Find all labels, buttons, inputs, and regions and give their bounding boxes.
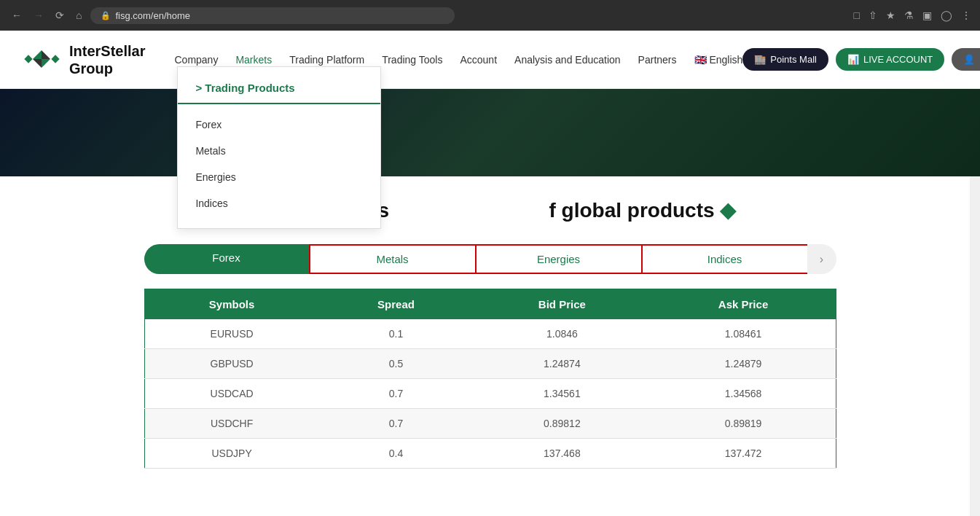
lock-icon: 🔒: [101, 11, 111, 20]
menu-icon[interactable]: ⋮: [961, 9, 971, 21]
symbol-usdcad: USDCAD: [144, 379, 319, 409]
home-button[interactable]: ⌂: [73, 7, 85, 24]
login-button[interactable]: 👤 LOG IN: [952, 48, 980, 71]
col-ask: Ask Price: [651, 289, 836, 320]
ask-gbpusd: 1.24879: [651, 349, 836, 379]
svg-marker-3: [42, 59, 50, 68]
logo: InterStellar Group: [22, 39, 145, 79]
reload-button[interactable]: ⟳: [52, 7, 67, 24]
screenshot-icon[interactable]: □: [854, 9, 860, 21]
table-row: EURUSD 0.1 1.0846 1.08461: [144, 319, 836, 349]
spread-usdcad: 0.7: [319, 379, 473, 409]
nav-partners[interactable]: Partners: [638, 54, 677, 66]
ask-eurusd: 1.08461: [651, 319, 836, 349]
table-header: Symbols Spread Bid Price Ask Price: [144, 289, 836, 320]
back-button[interactable]: ←: [9, 7, 25, 24]
symbol-gbpusd: GBPUSD: [144, 349, 319, 379]
main-content: ◆ InterStellar selects the best of globa…: [0, 176, 980, 490]
dropdown-item-metals[interactable]: Metals: [178, 138, 380, 164]
tab-scroll-right[interactable]: ›: [807, 244, 836, 274]
trading-products-dropdown: > Trading Products Forex Metals Energies…: [177, 66, 381, 229]
markets-dropdown-wrapper: Markets > Trading Products Forex Metals …: [235, 53, 272, 66]
tab-forex[interactable]: Forex: [144, 244, 309, 274]
symbol-eurusd: EURUSD: [144, 319, 319, 349]
nav-trading-platform[interactable]: Trading Platform: [289, 54, 364, 66]
spread-gbpusd: 0.5: [319, 349, 473, 379]
bid-usdjpy: 137.468: [473, 439, 651, 469]
hero-overlay: [0, 89, 980, 176]
spread-eurusd: 0.1: [319, 319, 473, 349]
table-row: GBPUSD 0.5 1.24874 1.24879: [144, 349, 836, 379]
nav-trading-tools[interactable]: Trading Tools: [382, 54, 442, 66]
dropdown-item-forex[interactable]: Forex: [178, 112, 380, 138]
flag-icon: 🇬🇧: [694, 54, 707, 66]
col-symbols: Symbols: [144, 289, 319, 320]
forward-button[interactable]: →: [31, 7, 47, 24]
extensions-icon[interactable]: ⚗: [904, 9, 914, 21]
tab-bar: Forex Metals Energies Indices ›: [144, 244, 836, 274]
diamond-right: ◆: [720, 199, 736, 222]
trading-table: Symbols Spread Bid Price Ask Price EURUS…: [144, 289, 836, 469]
address-bar[interactable]: 🔒 fisg.com/en/home: [90, 7, 455, 24]
table-body: EURUSD 0.1 1.0846 1.08461 GBPUSD 0.5 1.2…: [144, 319, 836, 469]
live-icon: 📊: [847, 54, 859, 65]
svg-rect-5: [51, 55, 59, 63]
nav-analysis[interactable]: Analysis and Education: [514, 54, 621, 66]
nav-english[interactable]: 🇬🇧 English: [694, 54, 743, 66]
tab-metals[interactable]: Metals: [309, 244, 475, 274]
col-spread: Spread: [319, 289, 473, 320]
col-bid: Bid Price: [473, 289, 651, 320]
profile-icon[interactable]: ◯: [941, 9, 952, 21]
logo-icon: [22, 39, 62, 79]
live-account-button[interactable]: 📊 LIVE ACCOUNT: [836, 48, 944, 71]
dropdown-item-energies[interactable]: Energies: [178, 164, 380, 190]
bid-usdchf: 0.89812: [473, 409, 651, 439]
spread-usdchf: 0.7: [319, 409, 473, 439]
share-icon[interactable]: ⇧: [869, 9, 877, 21]
url-text: fisg.com/en/home: [115, 10, 190, 21]
svg-marker-1: [42, 50, 50, 59]
points-mall-button[interactable]: 🏬 Points Mall: [742, 48, 828, 71]
nav-links: Company Markets > Trading Products Forex…: [174, 53, 742, 66]
browser-chrome: ← → ⟳ ⌂ 🔒 fisg.com/en/home □ ⇧ ★ ⚗ ▣ ◯ ⋮: [0, 0, 980, 31]
hero-section: [0, 89, 980, 176]
nav-company[interactable]: Company: [174, 54, 218, 66]
bid-eurusd: 1.0846: [473, 319, 651, 349]
nav-account[interactable]: Account: [460, 54, 497, 66]
table-row: USDCAD 0.7 1.34561 1.34568: [144, 379, 836, 409]
navbar: InterStellar Group Company Markets > Tra…: [0, 31, 980, 89]
ask-usdcad: 1.34568: [651, 379, 836, 409]
table-row: USDCHF 0.7 0.89812 0.89819: [144, 409, 836, 439]
spread-usdjpy: 0.4: [319, 439, 473, 469]
tab-energies[interactable]: Energies: [475, 244, 641, 274]
bid-gbpusd: 1.24874: [473, 349, 651, 379]
svg-marker-0: [33, 50, 42, 59]
tab-indices[interactable]: Indices: [641, 244, 807, 274]
svg-marker-2: [33, 59, 42, 68]
dropdown-title: > Trading Products: [178, 79, 380, 104]
star-icon[interactable]: ★: [886, 9, 895, 21]
browser-actions: □ ⇧ ★ ⚗ ▣ ◯ ⋮: [854, 9, 971, 21]
ask-usdchf: 0.89819: [651, 409, 836, 439]
split-icon[interactable]: ▣: [922, 9, 932, 21]
dropdown-item-indices[interactable]: Indices: [178, 190, 380, 216]
bid-usdcad: 1.34561: [473, 379, 651, 409]
svg-rect-4: [24, 55, 32, 63]
nav-actions: 🏬 Points Mall 📊 LIVE ACCOUNT 👤 LOG IN: [742, 48, 980, 71]
table-row: USDJPY 0.4 137.468 137.472: [144, 439, 836, 469]
symbol-usdjpy: USDJPY: [144, 439, 319, 469]
symbol-usdchf: USDCHF: [144, 409, 319, 439]
logo-text: InterStellar Group: [69, 42, 145, 77]
ask-usdjpy: 137.472: [651, 439, 836, 469]
user-icon: 👤: [963, 54, 975, 65]
points-icon: 🏬: [754, 54, 766, 65]
